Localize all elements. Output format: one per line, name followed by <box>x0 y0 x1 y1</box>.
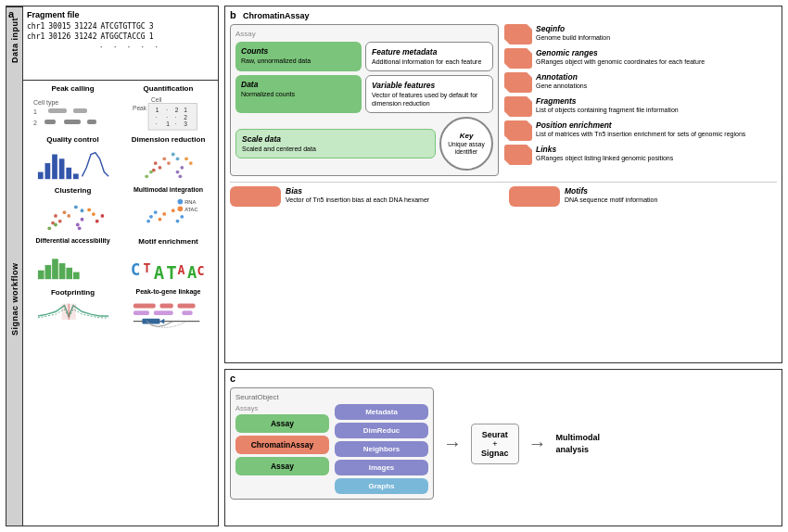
svg-point-47 <box>67 214 70 218</box>
motifs-title: Motifs <box>565 186 657 196</box>
genomic-ranges-desc: GRanges object with genomic coordinates … <box>536 57 705 66</box>
panel-c-label: c <box>230 373 235 384</box>
svg-rect-23 <box>37 172 43 180</box>
chromatin-assay-title: ChromatinAssay <box>243 11 777 20</box>
workflow-item-diff-acc: Differential accessibility <box>27 237 119 285</box>
key-desc: Unique assay identifier <box>441 141 491 156</box>
genomic-ranges-icon-stack <box>504 48 532 69</box>
peak-gene-visual <box>127 297 210 334</box>
right-items-container: Seqinfo Genome build information Genomic… <box>504 24 777 176</box>
svg-rect-73 <box>52 259 58 279</box>
multimodal-visual: RNA ATAC <box>127 195 210 232</box>
main-container: Data input Signac workflow Fragment file… <box>0 0 788 532</box>
motif-label: Motif enrichment <box>138 237 197 246</box>
position-enrichment-title: Position enrichment <box>536 120 745 130</box>
svg-rect-72 <box>44 265 51 279</box>
svg-point-56 <box>87 208 91 211</box>
motifs-item: Motifs DNA sequence motif information <box>509 186 777 207</box>
seqinfo-title: Seqinfo <box>536 24 610 33</box>
seqinfo-item: Seqinfo Genome build information <box>504 24 777 44</box>
svg-rect-75 <box>66 268 72 279</box>
peak-calling-visual: Cell type 1 2 <box>32 95 115 132</box>
seurat-assay-item-2: Assay <box>235 457 329 475</box>
svg-rect-27 <box>66 168 71 179</box>
svg-point-69 <box>177 206 183 211</box>
svg-rect-90 <box>153 310 172 315</box>
variable-features-item: Variable features Vector of features use… <box>365 75 493 113</box>
svg-rect-24 <box>44 163 50 179</box>
svg-text:·: · <box>155 114 157 120</box>
svg-point-55 <box>92 212 95 216</box>
svg-text:T: T <box>143 261 150 275</box>
svg-rect-7 <box>87 120 96 124</box>
svg-point-35 <box>180 166 184 170</box>
seurat-right-column: Metadata DimReduc Neighbors Images Graph… <box>335 404 428 494</box>
seurat-object-box: SeuratObject Assays Assay ChromatinAssay… <box>230 387 434 500</box>
svg-text:C: C <box>197 264 204 278</box>
svg-marker-94 <box>159 319 164 324</box>
seqinfo-icon-stack <box>504 24 532 44</box>
svg-rect-5 <box>44 120 56 124</box>
svg-text:C: C <box>131 260 140 279</box>
seqinfo-text: Seqinfo Genome build information <box>536 24 610 42</box>
position-enrichment-text: Position enrichment List of matrices wit… <box>536 120 745 138</box>
signac-text: Signac <box>481 449 509 458</box>
seurat-text: Seurat <box>481 430 509 439</box>
svg-point-44 <box>57 220 61 223</box>
variable-features-title: Variable features <box>372 81 487 90</box>
multimodal-analysis-label: Multimodalanalysis <box>556 432 601 455</box>
assay-box: Assay Counts Raw, unnormalized data Feat… <box>230 24 499 176</box>
fragments-text: Fragments List of objects containing fra… <box>536 96 679 114</box>
motifs-icon <box>509 186 560 207</box>
svg-point-37 <box>171 153 174 157</box>
assay-items-list: Counts Raw, unnormalized data Feature me… <box>235 42 493 171</box>
dimreduc-label: Dimension reduction <box>132 135 206 144</box>
workflow-item-peak-calling: Peak calling Cell type 1 2 <box>27 84 119 132</box>
motif-visual: C T A T A A C <box>127 247 210 285</box>
svg-text:·: · <box>155 120 157 127</box>
right-panel: b ChromatinAssay Assay Counts Raw, unnor… <box>224 6 782 526</box>
svg-text:Cell: Cell <box>150 96 161 103</box>
data-input-section: Fragment file chr1 30015 31224 ATCGTGTTG… <box>23 6 218 81</box>
svg-point-58 <box>100 214 104 218</box>
qc-label: Quality control <box>46 135 98 144</box>
svg-rect-6 <box>64 120 81 124</box>
links-desc: GRanges object listing linked genomic po… <box>536 154 673 162</box>
key-title: Key <box>460 132 474 140</box>
workflow-item-multimodal: Multimodal integration <box>122 186 214 234</box>
table-row: chr1 30015 31224 ATCGTGTTGC 3 <box>27 21 214 32</box>
annotation-item: Annotation Gene annotations <box>504 72 777 93</box>
signac-workflow-label: Signac workflow <box>6 73 22 526</box>
svg-text:Cell type: Cell type <box>33 99 58 107</box>
svg-rect-76 <box>73 272 80 280</box>
assay-row-2: Data Normalized counts Variable features… <box>235 75 493 113</box>
counts-desc: Raw, unnormalized data <box>241 57 356 65</box>
svg-point-39 <box>145 174 148 178</box>
svg-text:·: · <box>166 114 168 120</box>
svg-point-48 <box>75 223 79 227</box>
assay-row-3: Scale data Scaled and centered data Key … <box>235 117 493 171</box>
svg-point-32 <box>162 157 166 160</box>
genomic-ranges-item: Genomic ranges GRanges object with genom… <box>504 48 777 69</box>
counts-item: Counts Raw, unnormalized data <box>235 42 362 71</box>
neighbors-item: Neighbors <box>335 441 428 457</box>
motifs-text: Motifs DNA sequence motif information <box>565 186 657 204</box>
position-enrichment-item: Position enrichment List of matrices wit… <box>504 120 777 141</box>
svg-point-30 <box>158 166 161 170</box>
svg-text:3: 3 <box>184 120 187 127</box>
quantification-visual: Cell Peak 1 · 2 1 · · <box>127 95 210 132</box>
motifs-desc: DNA sequence motif information <box>565 196 657 204</box>
diff-acc-visual <box>32 246 115 283</box>
assays-title: Assays <box>235 404 329 412</box>
assay-label: Assay <box>235 30 493 38</box>
svg-point-49 <box>80 218 83 222</box>
panel-a: Data input Signac workflow Fragment file… <box>6 6 219 526</box>
footprinting-label: Footprinting <box>51 288 95 297</box>
annotation-title: Annotation <box>536 72 587 82</box>
links-text: Links GRanges object listing linked geno… <box>536 145 673 162</box>
scale-data-title: Scale data <box>242 134 429 144</box>
seurat-assay-item-1: Assay <box>235 414 329 433</box>
workflow-item-clustering: Clustering <box>27 186 119 234</box>
dimreduc-visual <box>127 146 210 183</box>
fragment-file-title: Fragment file <box>27 10 214 19</box>
